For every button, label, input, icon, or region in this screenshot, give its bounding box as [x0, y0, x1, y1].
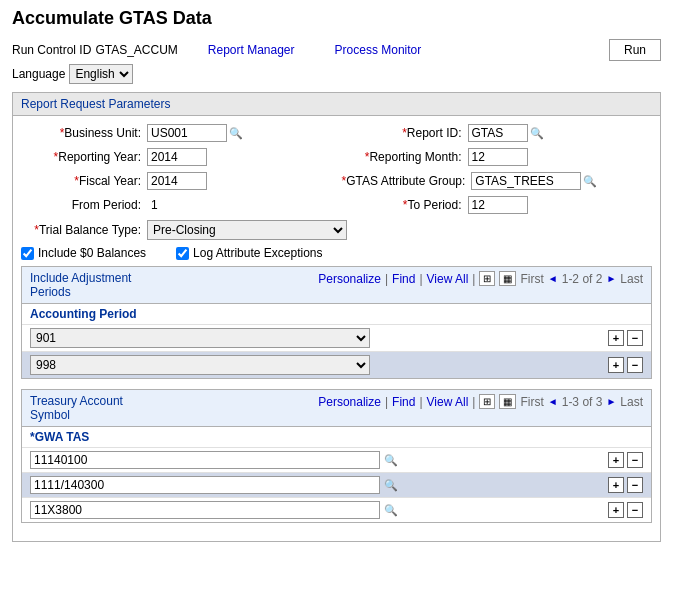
tas-input-2[interactable]	[30, 501, 380, 519]
reporting-month-field: Reporting Month:	[342, 148, 653, 166]
personalize-link-adj[interactable]: Personalize	[318, 272, 381, 286]
gtas-attr-group-label: GTAS Attribute Group:	[342, 174, 466, 188]
run-button[interactable]: Run	[609, 39, 661, 61]
fiscal-year-label: Fiscal Year:	[21, 174, 141, 188]
range-tas: 1-3 of 3	[562, 395, 603, 409]
adjustment-header-controls: Include Adjustment Periods Personalize |…	[30, 271, 643, 299]
grid-icon-adj[interactable]: ▦	[499, 271, 516, 286]
view-all-link-tas[interactable]: View All	[427, 395, 469, 409]
tas-row-buttons-1: + −	[608, 477, 643, 493]
section-content: Business Unit: 🔍 Report ID: 🔍 Reporting …	[13, 116, 660, 541]
include-balances-label: Include $0 Balances	[38, 246, 146, 260]
tas-row-1: 🔍 + −	[22, 472, 651, 497]
grid-icon-tas[interactable]: ▦	[499, 394, 516, 409]
include-balances-item: Include $0 Balances	[21, 246, 146, 260]
tas-add-btn-0[interactable]: +	[608, 452, 624, 468]
to-period-input[interactable]	[468, 196, 528, 214]
tas-col-header-row: *GWA TAS	[22, 426, 651, 447]
find-link-adj[interactable]: Find	[392, 272, 415, 286]
adj-period-select-0[interactable]: 901	[30, 328, 370, 348]
tas-input-1[interactable]	[30, 476, 380, 494]
next-arrow-tas[interactable]: ►	[606, 396, 616, 407]
treasury-section: Treasury Account Symbol Personalize | Fi…	[21, 389, 652, 523]
business-unit-search-icon[interactable]: 🔍	[229, 127, 243, 140]
adj-add-btn-1[interactable]: +	[608, 357, 624, 373]
run-control-value: GTAS_ACCUM	[95, 43, 177, 57]
reporting-month-label: Reporting Month:	[342, 150, 462, 164]
prev-arrow-tas[interactable]: ◄	[548, 396, 558, 407]
reporting-year-input[interactable]	[147, 148, 207, 166]
next-arrow-adj[interactable]: ►	[606, 273, 616, 284]
reporting-month-input[interactable]	[468, 148, 528, 166]
last-text-adj: Last	[620, 272, 643, 286]
adj-row-buttons-1: + −	[608, 357, 643, 373]
process-monitor-link[interactable]: Process Monitor	[335, 43, 422, 57]
export-icon-adj[interactable]: ⊞	[479, 271, 495, 286]
tas-row-buttons-0: + −	[608, 452, 643, 468]
log-exceptions-item: Log Attribute Exceptions	[176, 246, 322, 260]
page-title: Accumulate GTAS Data	[12, 8, 661, 29]
tas-remove-btn-2[interactable]: −	[627, 502, 643, 518]
tas-search-icon-2[interactable]: 🔍	[384, 504, 398, 517]
adj-row-1: 998 + −	[22, 351, 651, 378]
trial-balance-field: Trial Balance Type: Pre-Closing Post-Clo…	[21, 220, 652, 240]
page-container: Accumulate GTAS Data Run Control ID GTAS…	[0, 0, 673, 560]
tas-search-icon-1[interactable]: 🔍	[384, 479, 398, 492]
adj-period-select-1[interactable]: 998	[30, 355, 370, 375]
treasury-toolbar: Personalize | Find | View All | ⊞ ▦ Firs…	[318, 394, 643, 409]
tas-input-0[interactable]	[30, 451, 380, 469]
from-period-value: 1	[151, 198, 158, 212]
language-select[interactable]: English	[69, 64, 133, 84]
language-label: Language	[12, 67, 65, 81]
log-exceptions-checkbox[interactable]	[176, 247, 189, 260]
adjustment-periods-title: Include Adjustment Periods	[30, 271, 131, 299]
report-id-search-icon[interactable]: 🔍	[530, 127, 544, 140]
export-icon-tas[interactable]: ⊞	[479, 394, 495, 409]
include-balances-checkbox[interactable]	[21, 247, 34, 260]
tas-remove-btn-0[interactable]: −	[627, 452, 643, 468]
find-link-tas[interactable]: Find	[392, 395, 415, 409]
form-grid: Business Unit: 🔍 Report ID: 🔍 Reporting …	[21, 124, 652, 240]
report-manager-link[interactable]: Report Manager	[208, 43, 295, 57]
tas-add-btn-2[interactable]: +	[608, 502, 624, 518]
treasury-header-controls: Treasury Account Symbol Personalize | Fi…	[30, 394, 643, 422]
language-row: Language English	[12, 64, 661, 84]
tas-col-header: *GWA TAS	[30, 430, 89, 444]
tas-search-icon-0[interactable]: 🔍	[384, 454, 398, 467]
tas-row-2: 🔍 + −	[22, 497, 651, 522]
to-period-field: To Period:	[342, 196, 653, 214]
business-unit-label: Business Unit:	[21, 126, 141, 140]
reporting-year-label: Reporting Year:	[21, 150, 141, 164]
report-request-section: Report Request Parameters Business Unit:…	[12, 92, 661, 542]
gtas-attr-group-input[interactable]	[471, 172, 581, 190]
fiscal-year-field: Fiscal Year:	[21, 172, 332, 190]
adj-col-header-row: Accounting Period	[22, 303, 651, 324]
adj-add-btn-0[interactable]: +	[608, 330, 624, 346]
personalize-link-tas[interactable]: Personalize	[318, 395, 381, 409]
tas-add-btn-1[interactable]: +	[608, 477, 624, 493]
treasury-header: Treasury Account Symbol Personalize | Fi…	[22, 390, 651, 426]
report-id-input[interactable]	[468, 124, 528, 142]
trial-balance-select[interactable]: Pre-Closing Post-Closing Adjustments	[147, 220, 347, 240]
report-id-label: Report ID:	[342, 126, 462, 140]
adj-col-header: Accounting Period	[30, 307, 137, 321]
last-text-tas: Last	[620, 395, 643, 409]
from-period-field: From Period: 1	[21, 196, 332, 214]
view-all-link-adj[interactable]: View All	[427, 272, 469, 286]
checkbox-row: Include $0 Balances Log Attribute Except…	[21, 246, 652, 260]
adj-remove-btn-1[interactable]: −	[627, 357, 643, 373]
treasury-title: Treasury Account Symbol	[30, 394, 123, 422]
business-unit-input[interactable]	[147, 124, 227, 142]
prev-arrow-adj[interactable]: ◄	[548, 273, 558, 284]
tas-remove-btn-1[interactable]: −	[627, 477, 643, 493]
section-header: Report Request Parameters	[13, 93, 660, 116]
gtas-attr-group-search-icon[interactable]: 🔍	[583, 175, 597, 188]
report-id-field: Report ID: 🔍	[342, 124, 653, 142]
adj-row-buttons-0: + −	[608, 330, 643, 346]
trial-balance-label: Trial Balance Type:	[21, 223, 141, 237]
gtas-attr-group-field: GTAS Attribute Group: 🔍	[342, 172, 653, 190]
tas-row-buttons-2: + −	[608, 502, 643, 518]
adj-remove-btn-0[interactable]: −	[627, 330, 643, 346]
run-control-label: Run Control ID	[12, 43, 91, 57]
fiscal-year-input[interactable]	[147, 172, 207, 190]
